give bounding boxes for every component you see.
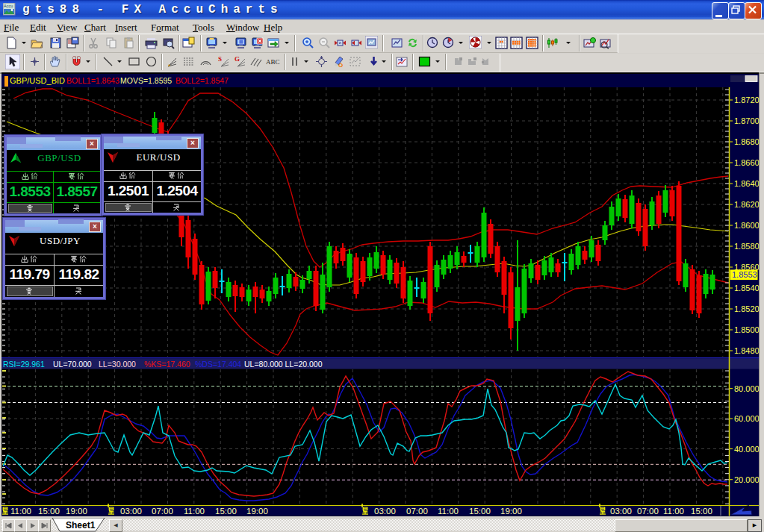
svg-text:20.000: 20.000: [734, 475, 760, 484]
svg-text:1.8680: 1.8680: [734, 137, 760, 146]
svg-text:1.8540: 1.8540: [734, 284, 760, 292]
svg-text:80.000: 80.000: [734, 384, 760, 393]
svg-text:15:00: 15:00: [469, 507, 491, 516]
svg-text:11:00: 11:00: [438, 507, 459, 516]
svg-text:03:00: 03:00: [374, 507, 396, 516]
svg-text:1.8660: 1.8660: [734, 158, 760, 167]
svg-text:BOLL2=1.8547: BOLL2=1.8547: [176, 76, 229, 85]
svg-text:1.8700: 1.8700: [734, 116, 760, 125]
svg-text:07:00: 07:00: [152, 507, 173, 516]
svg-text:1.8480: 1.8480: [734, 346, 760, 355]
svg-text:15:00: 15:00: [38, 507, 60, 516]
svg-text:1.8553: 1.8553: [732, 270, 757, 279]
svg-text:11:00: 11:00: [184, 507, 205, 516]
svg-text:1.8600: 1.8600: [734, 221, 760, 230]
svg-text:07:00: 07:00: [406, 507, 428, 516]
svg-text:1.8500: 1.8500: [734, 325, 760, 334]
svg-text:%DS=17.404: %DS=17.404: [195, 360, 241, 369]
svg-text:03:00: 03:00: [610, 507, 632, 516]
svg-text:1.8620: 1.8620: [734, 200, 760, 209]
svg-text:RSI=29.961: RSI=29.961: [3, 360, 45, 369]
svg-text:03:00: 03:00: [120, 507, 142, 516]
svg-text:UL=80.000 LL=20.000: UL=80.000 LL=20.000: [244, 360, 323, 369]
svg-text:1.8580: 1.8580: [734, 242, 760, 251]
svg-text:UL=70.000: UL=70.000: [53, 360, 92, 369]
svg-text:19:00: 19:00: [66, 507, 87, 516]
svg-text:MOVS=1.8595: MOVS=1.8595: [120, 76, 172, 85]
svg-text:19:00: 19:00: [500, 507, 522, 516]
svg-text:1.8720: 1.8720: [734, 96, 760, 104]
svg-text:11:00: 11:00: [663, 507, 684, 516]
svg-text:60.000: 60.000: [734, 414, 760, 423]
svg-text:19:00: 19:00: [246, 507, 268, 516]
svg-text:%KS=17.460: %KS=17.460: [144, 360, 190, 369]
svg-text:1.8520: 1.8520: [734, 304, 760, 313]
svg-text:GBP/USD_BID: GBP/USD_BID: [10, 76, 65, 85]
svg-text:LL=30.000: LL=30.000: [99, 360, 136, 369]
svg-text:1.8640: 1.8640: [734, 179, 760, 188]
svg-text:40.000: 40.000: [734, 445, 760, 454]
svg-text:11:00: 11:00: [10, 507, 31, 516]
svg-text:07:00: 07:00: [637, 507, 659, 516]
svg-text:15:00: 15:00: [215, 507, 237, 516]
svg-text:BOLL1=1.8643: BOLL1=1.8643: [66, 76, 119, 85]
svg-text:Sheet1: Sheet1: [66, 520, 96, 531]
svg-text:15:00: 15:00: [691, 507, 712, 516]
